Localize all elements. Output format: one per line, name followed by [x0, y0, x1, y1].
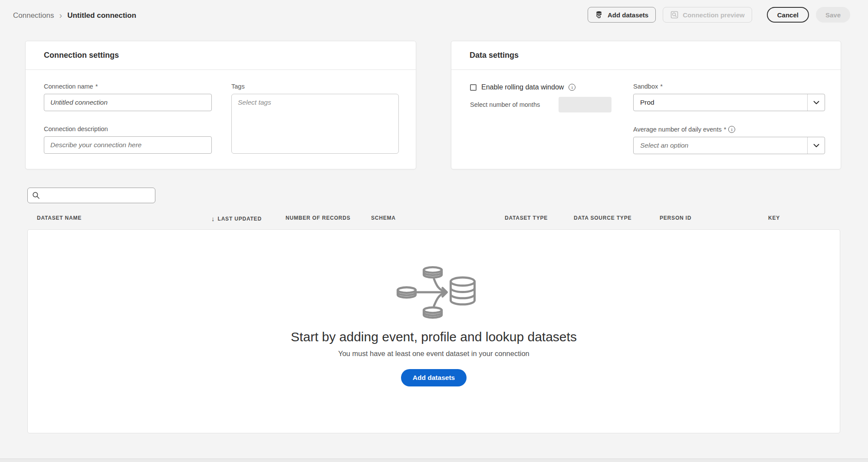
required-asterisk: * — [724, 126, 727, 133]
column-header-person-id[interactable]: PERSON ID — [660, 215, 691, 221]
database-add-icon — [595, 10, 604, 19]
column-header-dataset-type[interactable]: DATASET TYPE — [505, 215, 548, 221]
months-label: Select number of months — [470, 101, 540, 108]
rolling-data-window-row: Enable rolling data window i — [470, 83, 575, 91]
chevron-down-icon — [807, 137, 825, 154]
connection-editor-page: Connections › Untitled connection — [0, 0, 868, 462]
connection-settings-panel: Connection settings Connection name * Co… — [25, 41, 416, 169]
dataset-table-panel: Start by adding event, profile and looku… — [27, 229, 840, 433]
breadcrumb: Connections › Untitled connection — [13, 0, 136, 31]
connection-description-input[interactable] — [44, 136, 212, 154]
breadcrumb-connections[interactable]: Connections — [13, 11, 54, 20]
connection-preview-button[interactable]: Connection preview — [663, 7, 752, 23]
column-header-last-updated[interactable]: ↓ LAST UPDATED — [211, 215, 262, 222]
daily-events-info-icon[interactable]: i — [728, 126, 735, 133]
connection-description-label: Connection description — [44, 125, 108, 132]
search-icon — [32, 191, 40, 199]
connection-name-field: Connection name * — [44, 82, 212, 111]
empty-state-subtitle: You must have at least one event dataset… — [338, 350, 529, 358]
column-header-key[interactable]: KEY — [768, 215, 780, 221]
months-field: Select number of months — [470, 97, 613, 112]
months-stepper — [559, 97, 612, 112]
sort-descending-icon: ↓ — [211, 215, 215, 222]
daily-events-dropdown[interactable]: Select an option — [633, 137, 825, 154]
breadcrumb-separator-icon: › — [59, 11, 62, 21]
sandbox-dropdown[interactable]: Prod — [633, 94, 825, 111]
add-datasets-cta-button[interactable]: Add datasets — [401, 369, 467, 386]
bottom-band — [0, 459, 868, 462]
save-button[interactable]: Save — [816, 7, 850, 23]
empty-state: Start by adding event, profile and looku… — [28, 230, 840, 433]
tags-input[interactable] — [231, 94, 399, 154]
preview-icon — [670, 10, 679, 19]
daily-events-placeholder: Select an option — [634, 137, 807, 154]
connection-settings-title: Connection settings — [26, 41, 416, 70]
cancel-button[interactable]: Cancel — [767, 7, 809, 23]
required-asterisk: * — [660, 83, 663, 90]
connection-name-label: Connection name * — [44, 83, 98, 90]
sandbox-field: Sandbox * Prod — [633, 82, 825, 111]
rolling-data-window-info-icon[interactable]: i — [569, 84, 575, 91]
sandbox-selected-value: Prod — [634, 94, 807, 111]
connection-description-field: Connection description — [44, 125, 212, 154]
top-bar: Connections › Untitled connection — [0, 0, 868, 31]
sandbox-label: Sandbox * — [633, 83, 663, 90]
dataset-search-input[interactable] — [43, 188, 151, 203]
add-datasets-toolbar-button[interactable]: Add datasets — [588, 7, 656, 23]
add-datasets-toolbar-label: Add datasets — [608, 11, 648, 19]
column-header-data-source-type[interactable]: DATA SOURCE TYPE — [574, 215, 631, 221]
breadcrumb-current-page: Untitled connection — [67, 11, 136, 20]
column-header-dataset-name[interactable]: DATASET NAME — [37, 215, 82, 221]
data-settings-title: Data settings — [451, 41, 841, 70]
connection-preview-label: Connection preview — [683, 11, 745, 19]
rolling-data-window-label: Enable rolling data window — [481, 83, 564, 91]
daily-events-label: Average number of daily events * i — [633, 126, 735, 133]
daily-events-field: Average number of daily events * i Selec… — [633, 125, 825, 154]
column-header-number-of-records[interactable]: NUMBER OF RECORDS — [286, 215, 351, 221]
column-header-schema[interactable]: SCHEMA — [371, 215, 396, 221]
chevron-down-icon — [807, 94, 825, 111]
connection-name-input[interactable] — [44, 94, 212, 111]
data-settings-panel: Data settings Enable rolling data window… — [451, 41, 841, 169]
dataset-table-header: DATASET NAME ↓ LAST UPDATED NUMBER OF RE… — [27, 215, 840, 226]
tags-label: Tags — [231, 83, 245, 90]
dataset-search-box — [27, 188, 155, 203]
empty-state-title: Start by adding event, profile and looku… — [291, 330, 577, 344]
toolbar-actions: Add datasets Connection preview Cancel S… — [588, 7, 850, 23]
tags-field: Tags — [231, 82, 399, 155]
datasets-merge-illustration — [388, 264, 480, 320]
rolling-data-window-checkbox[interactable] — [470, 84, 477, 91]
months-input[interactable] — [559, 97, 642, 112]
required-asterisk: * — [95, 83, 98, 90]
